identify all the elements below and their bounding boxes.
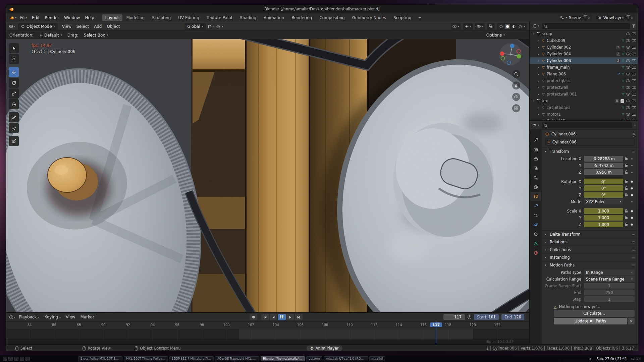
- properties-tab-object[interactable]: [530, 192, 541, 201]
- properties-tab-render[interactable]: [530, 145, 541, 154]
- disable-in-renders-icon[interactable]: [632, 39, 636, 42]
- keyboard-layout-indicator[interactable]: us: [589, 357, 593, 361]
- outliner-item-protectwall[interactable]: ▸▽protectwall▽: [530, 84, 638, 91]
- tool-tweak-button[interactable]: [9, 43, 19, 53]
- lock-icon[interactable]: [625, 194, 628, 196]
- disclosure-triangle-icon[interactable]: ▸: [536, 93, 541, 96]
- playhead[interactable]: 117: [436, 321, 436, 344]
- frame-end-field[interactable]: End120: [501, 314, 524, 320]
- field-z-2[interactable]: 0.956 m: [584, 169, 623, 175]
- filter-icon[interactable]: [632, 24, 636, 28]
- disclosure-triangle-icon[interactable]: ▸: [536, 113, 541, 116]
- field-end[interactable]: 250: [584, 290, 635, 295]
- new-viewlayer-icon[interactable]: [626, 16, 629, 19]
- hide-in-viewport-icon[interactable]: [626, 120, 630, 120]
- disable-in-renders-icon[interactable]: [632, 86, 636, 89]
- update-all-paths-button[interactable]: Update All Paths: [554, 318, 627, 324]
- animate-dot-icon[interactable]: [631, 172, 633, 173]
- timeline-menu-view[interactable]: View: [63, 314, 77, 320]
- disable-in-renders-icon[interactable]: [632, 33, 636, 35]
- animate-dot-icon[interactable]: [631, 165, 633, 166]
- record-button[interactable]: [250, 314, 257, 320]
- launcher-icon[interactable]: [8, 357, 13, 361]
- pin-icon[interactable]: [633, 133, 635, 135]
- disclosure-triangle-icon[interactable]: ▸: [536, 39, 541, 42]
- anim-player-indicator[interactable]: ⊗ Anim Player: [307, 346, 342, 351]
- pan-hand-icon[interactable]: [512, 81, 520, 89]
- tool-scale-button[interactable]: [9, 88, 19, 99]
- outliner-search-input[interactable]: [542, 23, 630, 29]
- drag-setting-dropdown[interactable]: Select Box ▾: [81, 32, 111, 39]
- workspace-tab-uv-editing[interactable]: UV Editing: [175, 14, 203, 21]
- disable-in-renders-icon[interactable]: [632, 120, 636, 120]
- blender-menu-button[interactable]: ▾: [9, 15, 17, 20]
- viewport-menu-object[interactable]: Object: [104, 23, 122, 29]
- field-scale-x-7[interactable]: 1.000: [584, 208, 623, 214]
- outliner-item-tex[interactable]: ▾tex8✓: [530, 98, 638, 104]
- outliner-item-cube-009[interactable]: ▸▽Cube.009▽: [530, 37, 638, 44]
- shading-solid-button[interactable]: ●: [505, 24, 510, 29]
- jump-to-end-button[interactable]: [295, 314, 303, 320]
- outliner-item-protectglass[interactable]: ▸▽protectglass▽: [530, 77, 638, 84]
- taskbar-window-0[interactable]: 2 pcs Pulley MXL-20T Bore Size 4/5...: [78, 356, 122, 361]
- hide-in-viewport-icon[interactable]: [626, 100, 630, 102]
- properties-tab-data[interactable]: [530, 239, 541, 248]
- disable-in-renders-icon[interactable]: [632, 100, 636, 102]
- field-location-x-0[interactable]: -0.28288 m: [584, 156, 623, 162]
- jump-to-start-button[interactable]: [261, 314, 269, 320]
- tool-measure-button[interactable]: [9, 123, 19, 133]
- properties-tab-physics[interactable]: [530, 220, 541, 229]
- snap-dropdown-icon[interactable]: ▾: [213, 25, 215, 28]
- launcher-icon[interactable]: [3, 357, 7, 361]
- keyframe-diamond-icon[interactable]: [630, 187, 633, 189]
- animate-dot-icon[interactable]: [631, 158, 633, 160]
- outliner-item-cylinder-006[interactable]: ▸▽Cylinder.0062▽: [530, 57, 638, 64]
- lock-icon[interactable]: [625, 172, 628, 174]
- disclosure-triangle-icon[interactable]: ▾: [532, 33, 536, 36]
- stop-icon[interactable]: ⊗: [310, 346, 314, 351]
- hide-in-viewport-icon[interactable]: [626, 66, 630, 69]
- proportional-dropdown-icon[interactable]: ▾: [222, 25, 223, 28]
- hide-in-viewport-icon[interactable]: [626, 46, 630, 49]
- lock-icon[interactable]: [625, 165, 628, 167]
- animate-dot-icon[interactable]: [631, 201, 633, 202]
- outliner-item-motor1[interactable]: ▸▽motor1▽: [530, 111, 638, 118]
- keyframe-diamond-icon[interactable]: [630, 223, 633, 226]
- gizmo-x-axis[interactable]: [500, 52, 504, 56]
- editor-type-timeline-icon[interactable]: ▾: [9, 315, 16, 319]
- outliner-item-cube-003[interactable]: ▸▽Cube.003▽: [530, 118, 638, 120]
- field-step[interactable]: 1: [584, 296, 635, 302]
- next-keyframe-button[interactable]: [286, 314, 294, 320]
- calculate-button[interactable]: Calculate...: [554, 310, 635, 317]
- section-relations[interactable]: ▸Relations≡: [542, 238, 638, 246]
- properties-tab-scene[interactable]: [530, 173, 541, 182]
- properties-search-input[interactable]: [542, 122, 632, 128]
- taskbar-window-5[interactable]: palame: [306, 356, 322, 361]
- launcher-icon[interactable]: [14, 357, 18, 361]
- workspace-tab-scripting[interactable]: Scripting: [390, 14, 415, 21]
- disclosure-triangle-icon[interactable]: ▸: [536, 106, 541, 109]
- workspace-tab-compositing[interactable]: Compositing: [316, 14, 348, 21]
- disclosure-triangle-icon[interactable]: ▸: [536, 53, 541, 56]
- gizmo-y-axis[interactable]: [517, 54, 521, 59]
- taskbar-window-1[interactable]: MXL-160T Timing Pulley Bore size 1...: [124, 356, 168, 361]
- outliner-item-cylinder-002[interactable]: ▸▽Cylinder.0022▽: [530, 44, 638, 51]
- disable-in-renders-icon[interactable]: [632, 53, 636, 55]
- disclosure-triangle-icon[interactable]: ▸: [536, 66, 541, 69]
- disclosure-triangle-icon[interactable]: ▸: [536, 46, 541, 49]
- section-instancing[interactable]: ▸Instancing≡: [542, 253, 638, 261]
- tool-annotate-button[interactable]: [9, 112, 19, 122]
- disclosure-triangle-icon[interactable]: ▸: [536, 79, 541, 82]
- tool-add-cube-button[interactable]: [9, 136, 19, 146]
- disable-in-renders-icon[interactable]: [632, 73, 636, 75]
- properties-tab-modifiers[interactable]: [530, 201, 541, 210]
- viewport-3d[interactable]: fps: 14.97 (117) 1 | Cylinder.006: [6, 39, 529, 312]
- timeline-body[interactable]: 8486889092949698100102104106108110112114…: [6, 321, 529, 344]
- menu-render[interactable]: Render: [42, 15, 61, 21]
- properties-tab-tool[interactable]: [530, 136, 541, 144]
- field-z-9[interactable]: 1.000: [584, 222, 623, 227]
- taskbar-window-7[interactable]: missilej: [369, 356, 385, 361]
- transform-orientation-dropdown[interactable]: Global ▾: [184, 23, 206, 30]
- outliner-item-cylinder-004[interactable]: ▸▽Cylinder.0042▽: [530, 51, 638, 57]
- tool-cursor-button[interactable]: [9, 54, 19, 64]
